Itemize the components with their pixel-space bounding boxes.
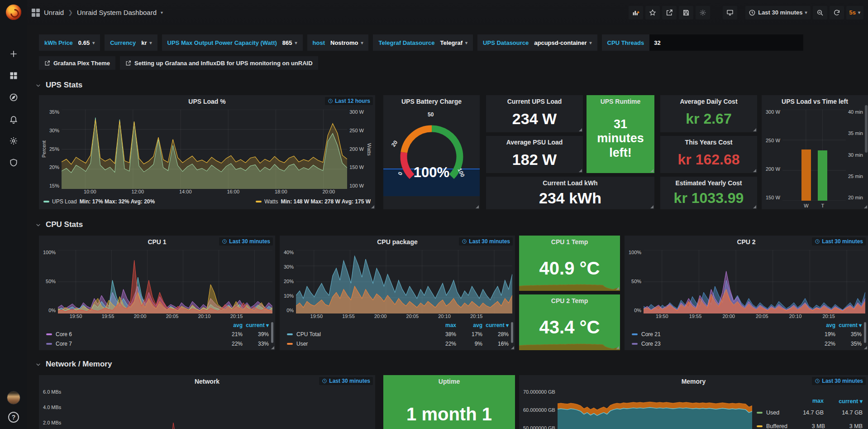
star-button[interactable] (645, 6, 660, 19)
save-button[interactable] (679, 6, 693, 19)
panel-resize-handle[interactable] (579, 128, 582, 131)
refresh-button[interactable] (830, 6, 844, 19)
panel-time-override-badge[interactable]: Last 30 minutes (812, 237, 866, 246)
section-cpu-stats[interactable]: CPU Stats (35, 220, 83, 229)
panel-title: This Years Cost (660, 136, 757, 149)
legend-color-swatch (287, 343, 293, 345)
breadcrumb-dashboard-title[interactable]: Unraid System Dashboard (77, 9, 157, 16)
variable-currency[interactable]: Currency kr▾ (105, 34, 157, 51)
panel-ups-runtime: UPS Runtime 31 minutes left! (587, 95, 654, 173)
x-axis-ticks: 19:5019:5520:0020:0520:1020:15 (645, 313, 845, 321)
panel-title: Current Load kWh (486, 177, 654, 189)
configuration-gear-icon[interactable] (9, 136, 19, 146)
legend-series-label[interactable]: Core 7 (46, 341, 216, 347)
server-admin-shield-icon[interactable] (9, 158, 19, 168)
legend-series-label[interactable]: Core 21 (632, 331, 809, 337)
y-axis-ticks: 40%30%20%10%0% (281, 250, 296, 313)
legend-scrollbar[interactable] (511, 322, 513, 343)
legend-series-label[interactable]: Buffered (757, 423, 787, 429)
panel-resize-handle[interactable] (511, 346, 514, 349)
panel-time-override-badge[interactable]: Last 30 minutes (319, 377, 373, 385)
legend-color-swatch (46, 333, 52, 335)
panel-resize-handle[interactable] (753, 205, 756, 208)
panel-this-years-cost: This Years Cost kr 162.68 (660, 136, 757, 173)
legend-series-label[interactable]: CPU Total (287, 331, 430, 337)
variable-telegraf-datasource[interactable]: Telegraf Datasource Telegraf▾ (373, 34, 473, 51)
panel-time-override-badge[interactable]: Last 30 minutes (219, 237, 273, 246)
panel-time-override-badge[interactable]: Last 30 minutes (812, 377, 866, 385)
variable-host[interactable]: host Nostromo▾ (307, 34, 369, 51)
panel-resize-handle[interactable] (753, 128, 756, 131)
legend-row[interactable]: Core 2119%35% (632, 329, 862, 339)
variable-ups-max-output[interactable]: UPS Max Output Power Capacity (Watt) 865… (162, 34, 303, 51)
legend-item[interactable]: UPS LoadMin: 17% Max: 32% Avg: 20% (43, 198, 155, 205)
y-axis-ticks-right: 300 W250 W200 W150 W100 W (347, 110, 366, 189)
panel-resize-handle[interactable] (476, 205, 479, 208)
legend-scrollbar[interactable] (271, 322, 273, 343)
legend-row[interactable]: Core 722%33% (46, 339, 269, 348)
legend-series-label[interactable]: Core 23 (632, 341, 809, 347)
breadcrumb-app[interactable]: Unraid (44, 9, 64, 16)
section-network-memory[interactable]: Network / Memory (35, 360, 112, 369)
create-plus-icon[interactable] (9, 49, 19, 59)
legend-row[interactable]: Core 2322%35% (632, 339, 862, 348)
legend-series-label[interactable]: Core 6 (46, 331, 216, 337)
cycle-view-mode-button[interactable] (723, 6, 737, 19)
dashboard-settings-button[interactable] (696, 6, 710, 19)
panel-resize-handle[interactable] (616, 346, 619, 349)
chart-plot (296, 250, 512, 313)
legend-row[interactable]: Core 621%39% (46, 329, 269, 339)
help-icon[interactable]: ? (8, 412, 19, 423)
user-avatar[interactable] (7, 391, 20, 405)
legend-series-label[interactable]: Used (757, 410, 785, 416)
panel-resize-handle[interactable] (616, 287, 619, 290)
dashboards-icon[interactable] (9, 71, 19, 81)
legend-row[interactable]: CPU Total38%17%28% (287, 329, 509, 339)
panel-resize-handle[interactable] (753, 169, 756, 172)
legend-row[interactable]: User22%9%16% (287, 339, 509, 348)
panel-title: Current UPS Load (486, 95, 583, 108)
legend-row[interactable]: Buffered3 MB3 MB (757, 419, 863, 429)
panel-resize-handle[interactable] (650, 205, 653, 208)
panel-resize-handle[interactable] (650, 169, 653, 172)
zoom-out-time-button[interactable] (813, 6, 827, 19)
legend-item[interactable]: WattsMin: 148 W Max: 278 W Avg: 175 W (256, 198, 371, 205)
template-variables-row: kWh Price 0.65▾ Currency kr▾ UPS Max Out… (39, 34, 803, 51)
section-ups-stats[interactable]: UPS Stats (35, 81, 82, 90)
x-axis-ticks: 19:5019:5520:0020:0520:1020:15 (60, 313, 253, 321)
panel-average-daily-cost: Average Daily Cost kr 2.67 (660, 95, 757, 132)
panel-cpu2-chart: CPU 2Last 30 minutes100%50%0%19:5019:552… (625, 236, 868, 350)
link-grafana-plex-theme[interactable]: Grafana Plex Theme (39, 56, 115, 70)
share-button[interactable] (662, 6, 677, 19)
panel-time-override-badge[interactable]: Last 12 hours (325, 97, 373, 105)
panel-resize-handle[interactable] (371, 205, 374, 208)
add-panel-button[interactable] (629, 6, 643, 19)
variable-ups-datasource[interactable]: UPS Datasource apcupsd-container▾ (477, 34, 597, 51)
time-range-picker[interactable]: Last 30 minutes ▾ (745, 6, 810, 19)
panel-resize-handle[interactable] (271, 346, 274, 349)
variable-kwh-price[interactable]: kWh Price 0.65▾ (39, 34, 100, 51)
refresh-interval-picker[interactable]: 5s ▾ (846, 6, 864, 19)
page-scrollbar-thumb[interactable] (865, 105, 868, 153)
panel-resize-handle[interactable] (864, 346, 867, 349)
nav-actions: Last 30 minutes ▾ 5s ▾ (629, 6, 863, 19)
chart-body: 300 W250 W200 W150 WWT40 min35 min30 min… (762, 108, 868, 201)
alerting-bell-icon[interactable] (9, 114, 19, 124)
legend-row[interactable]: Used14.7 GB14.7 GB (757, 406, 863, 419)
y-axis-ticks: 35%30%25%20%15% (47, 110, 62, 189)
link-ups-monitoring-guide[interactable]: Setting up Grafana and InfluxDB for UPS … (120, 56, 318, 70)
legend-series-label[interactable]: User (287, 341, 430, 347)
grafana-logo[interactable] (6, 5, 21, 20)
y-axis-ticks: 70.000000 GB60.000000 GB50.000000 GB (521, 390, 558, 429)
chevron-down-icon[interactable]: ▾ (161, 10, 163, 15)
legend-scrollbar[interactable] (864, 322, 866, 343)
cpu-threads-input[interactable] (649, 34, 803, 51)
panel-resize-handle[interactable] (579, 169, 582, 172)
legend: avgcurrent ▾Core 621%39%Core 722%33% (39, 321, 275, 349)
apps-grid-icon[interactable] (32, 9, 40, 17)
explore-compass-icon[interactable] (9, 92, 19, 102)
legend: avgcurrent ▾Core 2119%35%Core 2322%35% (625, 321, 868, 349)
panel-title: CPU 2Last 30 minutes (625, 236, 868, 248)
panel-time-override-badge[interactable]: Last 30 minutes (459, 237, 513, 246)
panel-resize-handle[interactable] (864, 205, 867, 208)
